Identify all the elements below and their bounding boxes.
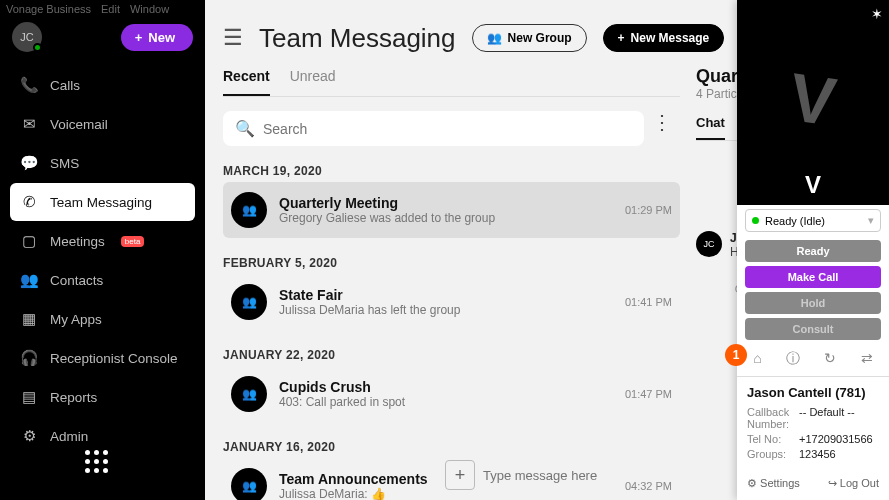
agent-status-select[interactable]: Ready (Idle) ▾ xyxy=(745,209,881,232)
button-label: New Group xyxy=(508,31,572,45)
new-button[interactable]: + New xyxy=(121,24,193,51)
pin-icon[interactable]: ✶ xyxy=(871,6,883,22)
compose-input[interactable] xyxy=(483,468,729,483)
sidebar: JC + New 📞Calls ✉Voicemail 💬SMS ✆Team Me… xyxy=(0,0,205,500)
sidebar-item-label: Team Messaging xyxy=(50,195,152,210)
sidebar-item-label: Contacts xyxy=(50,273,103,288)
search-input[interactable] xyxy=(263,121,632,137)
search-icon: 🔍 xyxy=(235,119,255,138)
tab-transfer-icon[interactable]: ⇄ xyxy=(861,350,873,368)
tab-chat[interactable]: Chat xyxy=(696,111,725,140)
step-badge: 1 xyxy=(725,344,747,366)
new-button-label: New xyxy=(148,30,175,45)
voicemail-icon: ✉ xyxy=(20,115,38,133)
softphone-widget: ✶ V V Ready (Idle) ▾ Ready Make Call Hol… xyxy=(737,0,889,500)
widget-footer: ⚙ Settings ↪ Log Out xyxy=(737,471,889,500)
chevron-down-icon: ▾ xyxy=(868,214,874,227)
vonage-logo-bg: V xyxy=(785,57,841,141)
more-options-icon[interactable]: ⋮ xyxy=(644,110,680,134)
list-tabs: Recent Unread xyxy=(223,64,680,97)
sidebar-item-contacts[interactable]: 👥Contacts xyxy=(10,261,195,299)
new-message-button[interactable]: +New Message xyxy=(603,24,725,52)
ready-button[interactable]: Ready xyxy=(745,240,881,262)
tab-recent[interactable]: Recent xyxy=(223,64,270,96)
sidebar-item-team-messaging[interactable]: ✆Team Messaging xyxy=(10,183,195,221)
attach-button[interactable]: + xyxy=(445,460,475,490)
conversation-preview: 403: Call parked in spot xyxy=(279,395,613,409)
hold-button[interactable]: Hold xyxy=(745,292,881,314)
conversation-title: Quarterly Meeting xyxy=(279,195,613,211)
apps-icon: ▦ xyxy=(20,310,38,328)
sidebar-item-label: Receptionist Console xyxy=(50,351,178,366)
groups-label: Groups: xyxy=(747,448,793,460)
sidebar-item-calls[interactable]: 📞Calls xyxy=(10,66,195,104)
presence-dot xyxy=(33,43,42,52)
app-menubar: Vonage Business Edit Window xyxy=(0,0,169,18)
video-icon: ▢ xyxy=(20,232,38,250)
search-box[interactable]: 🔍 xyxy=(223,111,644,146)
settings-link[interactable]: ⚙ Settings xyxy=(747,477,800,490)
menu-toggle-icon[interactable]: ☰ xyxy=(223,25,243,51)
sidebar-item-sms[interactable]: 💬SMS xyxy=(10,144,195,182)
tab-history-icon[interactable]: ↻ xyxy=(824,350,836,368)
status-label: Ready (Idle) xyxy=(765,215,825,227)
sidebar-item-receptionist[interactable]: 🎧Receptionist Console xyxy=(10,339,195,377)
chat-icon: ✆ xyxy=(20,193,38,211)
sidebar-item-label: Meetings xyxy=(50,234,105,249)
group-avatar-icon: 👥 xyxy=(231,376,267,412)
date-header: FEBRUARY 5, 2020 xyxy=(223,256,680,270)
menu-edit[interactable]: Edit xyxy=(101,3,120,15)
vonage-logo-icon: V xyxy=(805,171,821,199)
new-group-button[interactable]: 👥New Group xyxy=(472,24,587,52)
tab-home-icon[interactable]: ⌂ xyxy=(753,350,761,368)
group-avatar-icon: 👥 xyxy=(231,468,267,500)
menu-window[interactable]: Window xyxy=(130,3,169,15)
callback-value: -- Default -- xyxy=(799,406,855,430)
badge-beta: beta xyxy=(121,236,145,247)
conversation-title: Cupids Crush xyxy=(279,379,613,395)
logout-link[interactable]: ↪ Log Out xyxy=(828,477,879,490)
tel-value: +17209031566 xyxy=(799,433,873,445)
conversation-item[interactable]: 👥 Cupids Crush 403: Call parked in spot … xyxy=(223,366,680,422)
sidebar-item-label: SMS xyxy=(50,156,79,171)
date-header: JANUARY 16, 2020 xyxy=(223,440,680,454)
contact-info: Jason Cantell (781) Callback Number:-- D… xyxy=(737,377,889,471)
contact-name: Jason Cantell (781) xyxy=(747,385,879,400)
headset-icon: 🎧 xyxy=(20,349,38,367)
page-title: Team Messaging xyxy=(259,23,456,54)
consult-button[interactable]: Consult xyxy=(745,318,881,340)
sidebar-item-label: Admin xyxy=(50,429,88,444)
plus-icon: + xyxy=(135,30,143,45)
sidebar-item-meetings[interactable]: ▢Meetingsbeta xyxy=(10,222,195,260)
tab-info-icon[interactable]: ⓘ xyxy=(786,350,800,368)
group-avatar-icon: 👥 xyxy=(231,192,267,228)
callback-label: Callback Number: xyxy=(747,406,793,430)
group-icon: 👥 xyxy=(487,31,502,45)
sms-icon: 💬 xyxy=(20,154,38,172)
sidebar-item-label: Calls xyxy=(50,78,80,93)
tab-unread[interactable]: Unread xyxy=(290,64,336,96)
group-avatar-icon: 👥 xyxy=(231,284,267,320)
sidebar-item-voicemail[interactable]: ✉Voicemail xyxy=(10,105,195,143)
conversation-time: 01:29 PM xyxy=(625,204,672,216)
admin-icon: ⚙ xyxy=(20,427,38,445)
menu-app[interactable]: Vonage Business xyxy=(6,3,91,15)
sidebar-item-reports[interactable]: ▤Reports xyxy=(10,378,195,416)
groups-value: 123456 xyxy=(799,448,836,460)
avatar-initials: JC xyxy=(20,31,33,43)
conversation-preview: Gregory Galiese was added to the group xyxy=(279,211,613,225)
conversation-item[interactable]: 👥 State Fair Julissa DeMaria has left th… xyxy=(223,274,680,330)
dialpad-button[interactable] xyxy=(85,450,121,486)
sidebar-item-label: Reports xyxy=(50,390,97,405)
user-avatar[interactable]: JC xyxy=(12,22,42,52)
conversation-time: 01:41 PM xyxy=(625,296,672,308)
conversation-item[interactable]: 👥 Quarterly Meeting Gregory Galiese was … xyxy=(223,182,680,238)
make-call-button[interactable]: Make Call xyxy=(745,266,881,288)
conversation-title: State Fair xyxy=(279,287,613,303)
sidebar-item-myapps[interactable]: ▦My Apps xyxy=(10,300,195,338)
contacts-icon: 👥 xyxy=(20,271,38,289)
conversation-list: Recent Unread 🔍 ⋮ MARCH 19, 2020 👥 Quart… xyxy=(223,64,680,494)
widget-tabs: 1 ⌂ ⓘ ↻ ⇄ xyxy=(737,342,889,377)
date-header: MARCH 19, 2020 xyxy=(223,164,680,178)
button-label: New Message xyxy=(631,31,710,45)
